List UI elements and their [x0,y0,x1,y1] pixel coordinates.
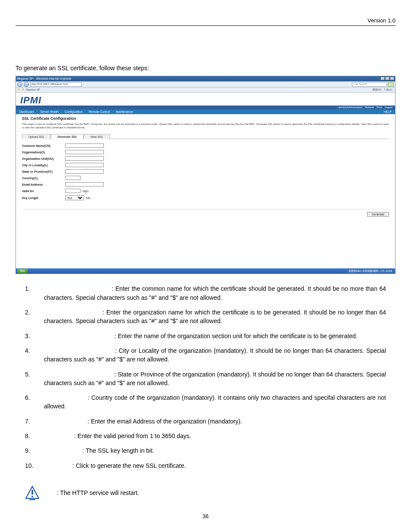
label-email: Email Address [22,183,65,187]
input-ou[interactable] [65,156,104,161]
intro-text: To generate an SSL certificate, follow t… [16,65,395,72]
step-field-pad [44,447,82,454]
step-num: 10. [25,461,44,470]
step-field-pad [44,347,115,354]
header-rule [16,25,395,26]
menu-remote-control[interactable]: Remote Control [89,110,110,114]
back-button[interactable] [17,82,22,87]
ipmi-logo: IPMI [20,95,391,106]
forward-button[interactable] [24,82,29,87]
input-email[interactable] [65,182,104,187]
step-text: : Enter the email Address of the organiz… [87,418,242,425]
screenshot-window: Megarac SP - Windows Internet Explorer h… [16,76,395,274]
unit-days: days [82,190,89,193]
print-link[interactable]: Print [377,106,382,109]
search-go-button[interactable] [388,82,394,87]
step-text: : Enter the name of the organization sec… [114,333,357,339]
step-2: 2. : Enter the organization name for whi… [25,308,386,326]
ipmi-header: IPMI [16,93,395,106]
menu-dashboard[interactable]: Dashboard [19,110,34,114]
step-num: 6. [25,393,44,411]
step-num: 2. [25,308,44,326]
menu-help[interactable]: HELP [384,110,392,114]
step-num: 5. [25,370,44,388]
ipmi-userbar: • admin(Administrator) Refresh Print Log… [16,106,395,109]
unit-bits: bits [86,196,90,200]
menu-configuration[interactable]: Configuration [65,110,83,114]
step-num: 3. [25,332,44,340]
start-button[interactable]: 開始 [17,269,28,273]
step-text: : Click to generate the new SSL certific… [72,462,186,469]
step-field-pad [44,432,74,439]
tab-view-ssl[interactable]: View SSL [84,134,109,140]
close-icon[interactable] [390,77,394,80]
input-cn[interactable] [65,143,104,148]
refresh-link[interactable]: Refresh [365,106,374,109]
input-c[interactable] [65,176,81,180]
input-valid[interactable] [65,189,81,193]
ssl-tab-bar: Upload SSL Generate SSL View SSL [22,134,389,140]
step-field-pad [44,371,114,378]
step-num: 4. [25,346,44,364]
favorites-icon[interactable]: ★ [17,88,20,92]
step-text: : Country code of the organization (mand… [44,394,386,410]
user-label: • admin(Administrator) [337,106,362,109]
tab-upload-ssl[interactable]: Upload SSL [22,134,51,140]
label-c: Country(C) [22,177,65,180]
label-o: Organization(O) [22,151,65,154]
menu-maintenance[interactable]: Maintenance [116,110,133,114]
step-5: 5. : State or Province of the organizati… [25,370,386,388]
generate-button[interactable]: Generate [367,212,389,217]
label-valid: Valid for [22,190,65,193]
step-4: 4. : City or Locality of the organizatio… [25,346,386,364]
minimize-icon[interactable] [380,77,385,80]
ie-title-text: Megarac SP - Windows Internet Explorer [17,77,72,81]
ie-navbar: http://192.168.0.199/admin.html Live Sea… [16,81,395,87]
ipmi-content: SSL Certificate Configuration This page … [16,114,395,268]
step-1: 1. : Enter the common name for which the… [25,284,386,302]
input-st[interactable] [65,169,104,174]
input-o[interactable] [65,150,104,154]
step-6: 6. : Country code of the organization (m… [25,393,386,411]
page-number: 36 [16,513,395,520]
step-9: 9. : The SSL key length in bit. [25,446,386,455]
address-bar[interactable]: http://192.168.0.199/admin.html [30,82,82,87]
step-7: 7. : Enter the email Address of the orga… [25,417,386,426]
maximize-icon[interactable] [385,77,389,80]
step-field-pad [44,394,88,401]
tab-generate-ssl[interactable]: Generate SSL [51,134,84,140]
search-input[interactable]: Live Search [352,82,386,87]
step-3: 3. : Enter the name of the organization … [25,332,386,340]
steps-list: 1. : Enter the common name for which the… [25,284,386,470]
ie-tabbar: ★ ★ Megarac SP 網頁(P) · 工具(O) · [16,87,395,93]
step-num: 1. [25,284,44,302]
version-label: Version 1.0 [16,17,395,24]
step-num: 8. [25,432,44,440]
step-field-pad [44,462,72,469]
logout-link[interactable]: Logout [385,106,392,109]
step-field-pad [44,309,103,316]
label-keylen: Key Length [22,196,65,200]
system-tray[interactable]: 智慧型ABC 半形英數 關閉 上午 10:28 [347,269,394,273]
page-tab[interactable]: Megarac SP [26,88,40,91]
section-title: SSL Certificate Configuration [22,117,389,121]
label-l: City or Locality(L) [22,164,65,167]
step-num: 9. [25,446,44,455]
section-description: This page is used to configure SSL certi… [22,123,389,129]
add-favorite-icon[interactable]: ★ [22,88,25,92]
label-ou: Organization Unit(OU) [22,157,65,161]
ie-titlebar: Megarac SP - Windows Internet Explorer [16,76,395,81]
label-cn: Common Name(CN) [22,144,65,148]
step-field-pad [44,285,112,292]
step-num: 7. [25,417,44,426]
input-l[interactable] [65,163,104,167]
svg-rect-1 [31,490,33,495]
select-keylen[interactable]: 512 [65,195,84,200]
note-row: : The HTTP service will restart. [25,485,395,500]
ie-tools-menu[interactable]: 網頁(P) · 工具(O) · [373,88,394,91]
step-8: 8. : Enter the valid period from 1 to 36… [25,432,386,440]
menu-server-health[interactable]: Server Health [40,110,59,114]
window-controls[interactable] [380,77,394,81]
windows-taskbar: 開始 智慧型ABC 半形英數 關閉 上午 10:28 [16,268,395,274]
step-text: : The SSL key length in bit. [82,447,154,454]
